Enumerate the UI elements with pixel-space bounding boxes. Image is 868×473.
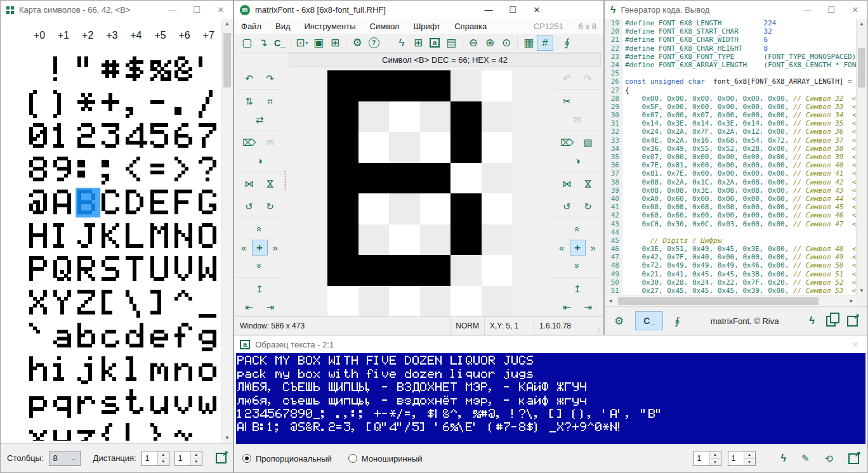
code-import-icon[interactable]: C_ — [272, 36, 288, 51]
redo-icon[interactable]: ↷ — [260, 70, 280, 86]
import-image-icon[interactable]: ▧ — [577, 134, 598, 150]
sample-spacing-x-stepper[interactable]: 1 ▲▼ — [694, 451, 721, 466]
snap-top-icon[interactable]: ↥ — [249, 281, 270, 297]
export-sample-icon[interactable]: ↗ — [848, 453, 859, 464]
rotate-left-icon[interactable]: ↺ — [239, 198, 260, 214]
flip-vertical-icon[interactable]: ⋈ — [260, 176, 280, 191]
sample-text-icon[interactable]: a — [426, 36, 443, 51]
close-icon[interactable]: ✕ — [843, 340, 867, 349]
undo-icon[interactable]: ↶ — [556, 70, 577, 86]
move-icon[interactable]: + — [252, 240, 268, 256]
export-code-icon[interactable]: ↗ — [847, 316, 858, 327]
zoom-in-icon[interactable]: ⊕ — [482, 36, 498, 51]
crop-icon[interactable]: ⌗ — [260, 93, 280, 109]
edit-text-icon[interactable]: ✎ — [801, 453, 810, 464]
stepper-up-icon[interactable]: ▲ — [158, 451, 169, 459]
radio-monospaced[interactable]: Моноширинный — [348, 454, 423, 463]
code-output-editor[interactable]: 19#define FONT_6X8_LENGTH 22420#define F… — [605, 19, 858, 297]
row-height-icon[interactable]: ⇅ — [239, 93, 260, 109]
clear-icon[interactable]: ⌦ — [556, 134, 577, 150]
close-icon[interactable]: ✕ — [843, 5, 867, 15]
scrollbar-thumb[interactable] — [223, 33, 231, 87]
scroll-up-icon[interactable]: ▲ — [857, 19, 867, 29]
scroll-right-icon[interactable]: ► — [846, 296, 857, 306]
stepper-down-icon[interactable]: ▼ — [744, 459, 755, 466]
maximize-icon[interactable]: ☐ — [185, 5, 209, 15]
stepper-up-icon[interactable]: ▲ — [744, 451, 755, 459]
shift-down-icon[interactable]: » — [249, 258, 270, 274]
menu-шрифт[interactable]: Шрифт — [413, 22, 440, 31]
attach-icon[interactable]: ∮ — [559, 36, 575, 51]
radio-proportional[interactable]: Пропорциональный — [242, 454, 332, 463]
shift-up-icon[interactable]: « — [567, 221, 588, 237]
rotate-left-icon[interactable]: ↺ — [556, 198, 577, 214]
close-icon[interactable]: ✕ — [525, 5, 549, 15]
snap-left-icon[interactable]: ⇤ — [239, 299, 260, 315]
shift-up-icon[interactable]: « — [249, 221, 270, 237]
move-icon[interactable]: + — [570, 240, 586, 256]
snap-right-icon[interactable]: ⇥ — [260, 299, 280, 315]
rotate-right-icon[interactable]: ↻ — [260, 198, 280, 214]
preview-grid-icon[interactable]: ▦ — [520, 36, 537, 51]
flip-vertical-icon[interactable]: ⋈ — [577, 176, 598, 191]
expand-icon[interactable]: ⇄ — [249, 112, 270, 127]
code-horizontal-scrollbar[interactable]: ◄ ► — [605, 295, 857, 306]
menu-файл[interactable]: Файл — [241, 22, 261, 31]
shift-left-icon[interactable]: « — [236, 240, 252, 256]
minimize-icon[interactable]: — — [795, 5, 819, 15]
minimize-icon[interactable]: — — [477, 5, 501, 15]
rotate-right-icon[interactable]: ↻ — [577, 198, 598, 214]
copy-code-icon[interactable] — [826, 316, 836, 327]
open-font-icon[interactable]: ⊡▾ — [294, 36, 310, 51]
stepper-up-icon[interactable]: ▲ — [710, 451, 721, 459]
menu-вид[interactable]: Вид — [275, 22, 291, 31]
invert-icon[interactable]: ◑ — [567, 153, 588, 169]
menu-инструменты[interactable]: Инструменты — [305, 22, 356, 31]
generate-code-icon[interactable]: ϟ — [393, 36, 410, 51]
close-icon[interactable]: ✕ — [209, 5, 233, 15]
columns-select[interactable]: 8 ⌄ — [49, 451, 81, 466]
undo-icon[interactable]: ↶ — [239, 70, 260, 86]
shift-left-icon[interactable]: « — [554, 240, 570, 256]
grid-toggle-icon[interactable]: # — [537, 36, 553, 51]
scroll-left-icon[interactable]: ◄ — [605, 296, 615, 306]
paste-icon[interactable]: ✉ — [567, 112, 588, 127]
shift-right-icon[interactable]: » — [268, 240, 284, 256]
character-map-grid[interactable] — [2, 49, 220, 441]
menu-символ[interactable]: Символ — [370, 22, 400, 31]
minimize-icon[interactable]: — — [161, 5, 185, 15]
scrollbar-thumb[interactable] — [858, 48, 865, 87]
zoom-out-icon[interactable]: ⊖ — [465, 36, 482, 51]
reload-icon[interactable]: ⟲ — [825, 453, 833, 465]
shift-right-icon[interactable]: » — [586, 240, 602, 256]
save-font-as-icon[interactable]: ⊞ — [327, 36, 343, 51]
scroll-up-icon[interactable]: ▲ — [222, 19, 232, 29]
new-character-icon[interactable]: ▢ — [239, 36, 255, 51]
maximize-icon[interactable]: ☐ — [501, 5, 525, 15]
snap-top-icon[interactable]: ↥ — [567, 281, 588, 297]
paperclip-icon[interactable]: ∮ — [674, 315, 680, 327]
settings-icon[interactable]: ⚙ — [349, 36, 365, 51]
export-map-icon[interactable]: ↗ — [216, 453, 227, 463]
gear-icon[interactable]: ⚙ — [614, 314, 624, 328]
zoom-fit-icon[interactable]: ⊙ — [498, 36, 515, 51]
clear-icon[interactable]: ⌦ — [239, 134, 260, 150]
language-c-button[interactable]: C_ — [635, 311, 663, 330]
flip-horizontal-icon[interactable]: ⋈ — [556, 176, 577, 191]
scrollbar-thumb[interactable] — [618, 297, 819, 305]
distance-y-stepper[interactable]: 1 ▲▼ — [174, 451, 202, 466]
code-vertical-scrollbar[interactable]: ▲ ▼ — [856, 19, 867, 296]
distance-x-stepper[interactable]: 1 ▲▼ — [141, 451, 169, 466]
snap-left-icon[interactable]: ⇤ — [556, 299, 577, 315]
scroll-down-icon[interactable]: ▼ — [857, 286, 867, 296]
invert-icon[interactable]: ◑ — [249, 153, 270, 169]
save-font-icon[interactable]: ▣ — [310, 36, 327, 51]
menu-справка[interactable]: Справка — [454, 22, 487, 31]
splitter-handle[interactable]: •••••••• — [284, 171, 287, 191]
paste-sample-icon[interactable]: ✉ — [260, 134, 280, 150]
maximize-icon[interactable]: ☐ — [819, 5, 843, 15]
char-map-icon[interactable]: ⊞ — [410, 36, 426, 51]
help-icon[interactable]: ? — [365, 36, 382, 51]
flip-horizontal-icon[interactable]: ⋈ — [239, 176, 260, 191]
cut-icon[interactable]: ✂ — [556, 93, 577, 109]
